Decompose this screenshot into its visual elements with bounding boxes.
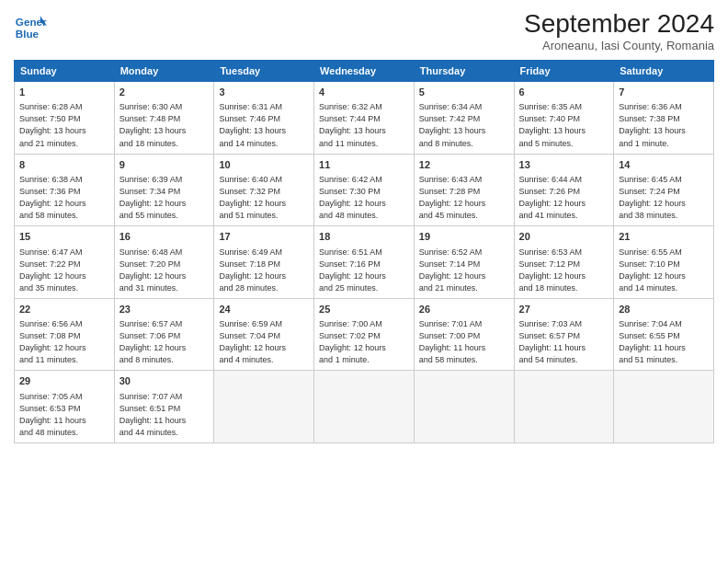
header: General Blue September 2024 Aroneanu, Ia… [14, 9, 714, 52]
day-info: Sunrise: 6:35 AM Sunset: 7:40 PM Dayligh… [519, 101, 609, 149]
day-info: Sunrise: 6:55 AM Sunset: 7:10 PM Dayligh… [619, 247, 709, 294]
day-info: Sunrise: 7:01 AM Sunset: 7:00 PM Dayligh… [419, 318, 509, 366]
day-info: Sunrise: 7:00 AM Sunset: 7:02 PM Dayligh… [319, 318, 409, 366]
calendar-day-cell: 22Sunrise: 6:56 AM Sunset: 7:08 PM Dayli… [15, 298, 115, 371]
day-info: Sunrise: 7:05 AM Sunset: 6:53 PM Dayligh… [19, 391, 109, 439]
day-info: Sunrise: 6:53 AM Sunset: 7:12 PM Dayligh… [519, 247, 609, 294]
day-number: 20 [519, 230, 609, 244]
day-number: 26 [419, 303, 509, 316]
logo-icon: General Blue [14, 9, 47, 42]
day-info: Sunrise: 6:34 AM Sunset: 7:42 PM Dayligh… [419, 101, 509, 149]
day-info: Sunrise: 6:59 AM Sunset: 7:04 PM Dayligh… [219, 318, 309, 366]
day-info: Sunrise: 6:49 AM Sunset: 7:18 PM Dayligh… [219, 247, 309, 294]
calendar-day-cell: 15Sunrise: 6:47 AM Sunset: 7:22 PM Dayli… [15, 226, 115, 299]
calendar-container: General Blue September 2024 Aroneanu, Ia… [0, 0, 728, 563]
calendar-day-cell: 4Sunrise: 6:32 AM Sunset: 7:44 PM Daylig… [314, 82, 415, 155]
svg-text:Blue: Blue [16, 28, 40, 40]
weekday-header: Friday [514, 61, 614, 82]
day-info: Sunrise: 6:42 AM Sunset: 7:30 PM Dayligh… [319, 174, 409, 222]
day-number: 17 [219, 230, 309, 244]
day-number: 25 [319, 303, 409, 316]
day-info: Sunrise: 6:39 AM Sunset: 7:34 PM Dayligh… [119, 174, 210, 222]
day-info: Sunrise: 6:43 AM Sunset: 7:28 PM Dayligh… [419, 174, 509, 222]
day-number: 12 [419, 158, 509, 172]
day-number: 10 [219, 158, 309, 172]
day-number: 16 [119, 230, 210, 244]
weekday-header: Thursday [414, 61, 514, 82]
day-info: Sunrise: 7:03 AM Sunset: 6:57 PM Dayligh… [519, 318, 609, 366]
weekday-header: Saturday [614, 61, 714, 82]
calendar-day-cell: 6Sunrise: 6:35 AM Sunset: 7:40 PM Daylig… [514, 82, 614, 155]
day-number: 9 [119, 158, 210, 172]
calendar-day-cell: 21Sunrise: 6:55 AM Sunset: 7:10 PM Dayli… [614, 226, 714, 299]
weekday-header-row: SundayMondayTuesdayWednesdayThursdayFrid… [15, 61, 714, 82]
calendar-day-cell [614, 371, 714, 443]
calendar-day-cell: 18Sunrise: 6:51 AM Sunset: 7:16 PM Dayli… [314, 226, 415, 299]
day-number: 24 [219, 303, 309, 316]
weekday-header: Monday [114, 61, 214, 82]
day-number: 7 [619, 86, 709, 99]
calendar-day-cell: 10Sunrise: 6:40 AM Sunset: 7:32 PM Dayli… [214, 154, 314, 226]
day-number: 6 [519, 86, 609, 99]
calendar-day-cell: 29Sunrise: 7:05 AM Sunset: 6:53 PM Dayli… [15, 371, 115, 443]
calendar-day-cell: 23Sunrise: 6:57 AM Sunset: 7:06 PM Dayli… [114, 298, 214, 371]
calendar-week-row: 1Sunrise: 6:28 AM Sunset: 7:50 PM Daylig… [15, 82, 714, 155]
calendar-week-row: 22Sunrise: 6:56 AM Sunset: 7:08 PM Dayli… [15, 298, 714, 371]
weekday-header: Tuesday [214, 61, 314, 82]
calendar-day-cell: 7Sunrise: 6:36 AM Sunset: 7:38 PM Daylig… [614, 82, 714, 155]
day-number: 30 [119, 374, 210, 388]
calendar-day-cell: 5Sunrise: 6:34 AM Sunset: 7:42 PM Daylig… [414, 82, 514, 155]
day-number: 5 [419, 86, 509, 99]
calendar-day-cell [214, 371, 314, 443]
month-title: September 2024 [524, 9, 714, 39]
calendar-day-cell: 19Sunrise: 6:52 AM Sunset: 7:14 PM Dayli… [414, 226, 514, 299]
day-info: Sunrise: 6:51 AM Sunset: 7:16 PM Dayligh… [319, 247, 409, 294]
day-info: Sunrise: 6:56 AM Sunset: 7:08 PM Dayligh… [19, 318, 109, 366]
day-info: Sunrise: 6:32 AM Sunset: 7:44 PM Dayligh… [319, 101, 409, 149]
calendar-day-cell: 12Sunrise: 6:43 AM Sunset: 7:28 PM Dayli… [414, 154, 514, 226]
day-number: 22 [19, 303, 109, 316]
calendar-day-cell: 11Sunrise: 6:42 AM Sunset: 7:30 PM Dayli… [314, 154, 415, 226]
calendar-day-cell: 2Sunrise: 6:30 AM Sunset: 7:48 PM Daylig… [114, 82, 214, 155]
calendar-day-cell: 27Sunrise: 7:03 AM Sunset: 6:57 PM Dayli… [514, 298, 614, 371]
calendar-day-cell: 14Sunrise: 6:45 AM Sunset: 7:24 PM Dayli… [614, 154, 714, 226]
day-number: 8 [19, 158, 109, 172]
day-info: Sunrise: 6:57 AM Sunset: 7:06 PM Dayligh… [119, 318, 210, 366]
calendar-day-cell: 8Sunrise: 6:38 AM Sunset: 7:36 PM Daylig… [15, 154, 115, 226]
day-number: 2 [119, 86, 210, 99]
day-number: 21 [619, 230, 709, 244]
calendar-day-cell: 30Sunrise: 7:07 AM Sunset: 6:51 PM Dayli… [114, 371, 214, 443]
day-info: Sunrise: 6:30 AM Sunset: 7:48 PM Dayligh… [119, 101, 210, 149]
calendar-day-cell [414, 371, 514, 443]
calendar-day-cell: 25Sunrise: 7:00 AM Sunset: 7:02 PM Dayli… [314, 298, 415, 371]
day-number: 15 [19, 230, 109, 244]
day-info: Sunrise: 6:40 AM Sunset: 7:32 PM Dayligh… [219, 174, 309, 222]
day-number: 27 [519, 303, 609, 316]
calendar-day-cell: 17Sunrise: 6:49 AM Sunset: 7:18 PM Dayli… [214, 226, 314, 299]
day-number: 3 [219, 86, 309, 99]
calendar-day-cell [314, 371, 415, 443]
calendar-day-cell: 16Sunrise: 6:48 AM Sunset: 7:20 PM Dayli… [114, 226, 214, 299]
calendar-day-cell: 9Sunrise: 6:39 AM Sunset: 7:34 PM Daylig… [114, 154, 214, 226]
calendar-day-cell: 3Sunrise: 6:31 AM Sunset: 7:46 PM Daylig… [214, 82, 314, 155]
day-number: 19 [419, 230, 509, 244]
day-info: Sunrise: 7:04 AM Sunset: 6:55 PM Dayligh… [619, 318, 709, 366]
day-number: 23 [119, 303, 210, 316]
weekday-header: Wednesday [314, 61, 415, 82]
calendar-week-row: 15Sunrise: 6:47 AM Sunset: 7:22 PM Dayli… [15, 226, 714, 299]
calendar-week-row: 8Sunrise: 6:38 AM Sunset: 7:36 PM Daylig… [15, 154, 714, 226]
calendar-day-cell: 13Sunrise: 6:44 AM Sunset: 7:26 PM Dayli… [514, 154, 614, 226]
day-info: Sunrise: 6:38 AM Sunset: 7:36 PM Dayligh… [19, 174, 109, 222]
day-number: 28 [619, 303, 709, 316]
day-number: 13 [519, 158, 609, 172]
day-info: Sunrise: 6:48 AM Sunset: 7:20 PM Dayligh… [119, 247, 210, 294]
day-info: Sunrise: 6:52 AM Sunset: 7:14 PM Dayligh… [419, 247, 509, 294]
calendar-day-cell: 28Sunrise: 7:04 AM Sunset: 6:55 PM Dayli… [614, 298, 714, 371]
calendar-day-cell: 26Sunrise: 7:01 AM Sunset: 7:00 PM Dayli… [414, 298, 514, 371]
day-number: 29 [19, 374, 109, 388]
weekday-header: Sunday [15, 61, 115, 82]
calendar-table: SundayMondayTuesdayWednesdayThursdayFrid… [14, 60, 714, 443]
day-info: Sunrise: 7:07 AM Sunset: 6:51 PM Dayligh… [119, 391, 210, 439]
calendar-day-cell: 24Sunrise: 6:59 AM Sunset: 7:04 PM Dayli… [214, 298, 314, 371]
day-info: Sunrise: 6:36 AM Sunset: 7:38 PM Dayligh… [619, 101, 709, 149]
